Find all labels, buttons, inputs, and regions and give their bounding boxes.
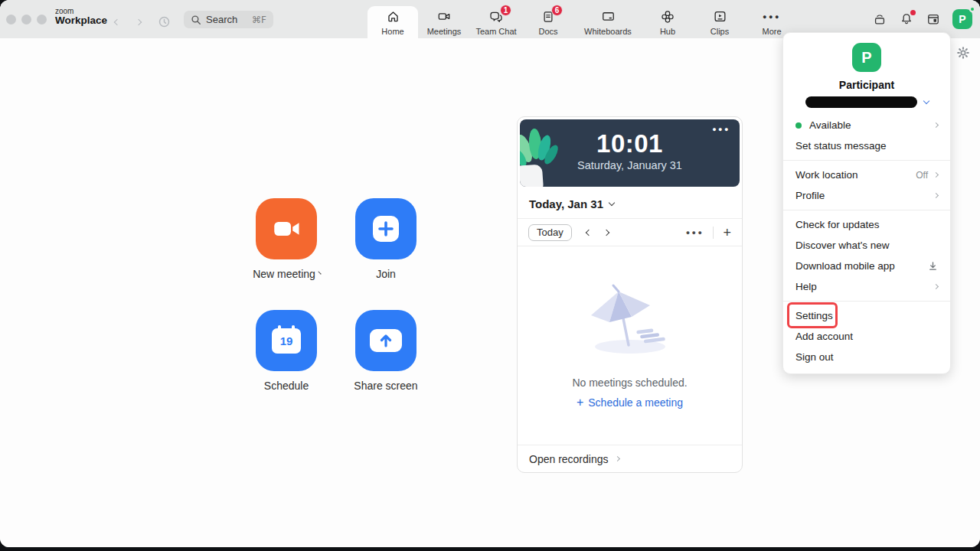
share-screen-button[interactable] — [355, 310, 416, 371]
share-up-arrow-icon — [369, 328, 403, 353]
settings-gear-icon[interactable] — [957, 47, 969, 59]
download-icon — [928, 261, 938, 271]
meetings-panel: 10:01 Saturday, January 31 ●●● Today, Ja… — [517, 116, 743, 473]
forward-icon[interactable] — [136, 18, 142, 24]
team-chat-icon: 1 — [488, 9, 504, 24]
beach-umbrella-illustration — [573, 282, 688, 355]
new-meeting-button[interactable] — [256, 198, 317, 259]
join-label: Join — [355, 268, 416, 280]
menu-item-sign-out[interactable]: Sign out — [783, 347, 950, 367]
plant-illustration — [520, 122, 566, 187]
join-button[interactable] — [355, 198, 416, 259]
logo-workplace-text: Workplace — [55, 15, 107, 27]
tab-team-chat[interactable]: 1 Team Chat — [470, 6, 522, 38]
tab-docs[interactable]: 6 Docs — [522, 6, 574, 38]
plus-square-icon — [371, 214, 400, 243]
notification-dot — [910, 10, 916, 15]
menu-item-download-app[interactable]: Download mobile app — [783, 256, 950, 276]
open-recordings-link[interactable]: Open recordings — [518, 445, 742, 472]
today-button[interactable]: Today — [528, 224, 572, 241]
tab-clips[interactable]: Clips — [694, 6, 746, 38]
docs-badge: 6 — [551, 5, 563, 16]
tab-label: More — [762, 27, 781, 36]
connect-to-device-icon[interactable] — [872, 11, 887, 27]
calendar-19-icon: 19 — [272, 328, 301, 354]
close-button[interactable] — [6, 15, 16, 24]
team-chat-badge: 1 — [500, 5, 511, 16]
search-icon — [191, 15, 201, 25]
day-header-dropdown[interactable]: Today, Jan 31 — [518, 189, 742, 219]
avatar-initial: P — [959, 13, 965, 25]
minimize-button[interactable] — [21, 15, 31, 24]
recent-history-icon[interactable] — [158, 15, 171, 28]
tab-label: Home — [381, 27, 403, 36]
zoom-window-button[interactable] — [37, 15, 47, 24]
titlebar-right-icons: P — [872, 9, 972, 29]
calendar-toolbar: Today ●●● + — [518, 219, 742, 246]
back-icon[interactable] — [114, 18, 120, 24]
search-shortcut: ⌘F — [252, 15, 266, 25]
tab-label: Team Chat — [475, 27, 516, 36]
presence-dot — [969, 6, 975, 12]
schedule-meeting-link[interactable]: + Schedule a meeting — [577, 396, 683, 409]
next-day-icon[interactable] — [603, 229, 609, 235]
chevron-right-icon — [933, 122, 939, 128]
menu-divider — [783, 210, 950, 210]
tab-home[interactable]: Home — [368, 6, 418, 38]
menu-items: Available Set status message Work locati… — [783, 115, 950, 367]
hub-icon — [660, 9, 675, 24]
menu-avatar: P — [852, 43, 881, 72]
schedule-label: Schedule — [256, 380, 317, 392]
video-camera-icon — [270, 213, 302, 245]
empty-schedule-area: No meetings scheduled. + Schedule a meet… — [518, 246, 742, 445]
menu-item-status[interactable]: Available — [783, 115, 950, 135]
more-icon: ●●● — [763, 9, 781, 24]
profile-dropdown-menu: P Participant Available Set status messa… — [782, 32, 951, 374]
chevron-right-icon — [933, 193, 939, 198]
menu-display-name: Participant — [783, 79, 950, 91]
schedule-button[interactable]: 19 — [256, 310, 317, 371]
meetings-icon — [436, 9, 452, 24]
menu-email-row — [783, 96, 950, 108]
chevron-down-icon — [609, 200, 615, 206]
clips-icon — [713, 9, 727, 24]
calendar-icon[interactable] — [926, 11, 941, 27]
tab-hub[interactable]: Hub — [642, 6, 694, 38]
no-meetings-text: No meetings scheduled. — [572, 377, 687, 389]
main-nav-tabs: Home Meetings 1 Team Chat — [368, 0, 798, 38]
clock-more-button[interactable]: ●●● — [712, 126, 730, 133]
menu-item-check-updates[interactable]: Check for updates — [783, 214, 950, 235]
new-meeting-dropdown-icon[interactable] — [318, 271, 321, 274]
search-input[interactable]: Search ⌘F — [184, 11, 273, 28]
menu-item-set-status[interactable]: Set status message — [783, 135, 950, 156]
toolbar-more-button[interactable]: ●●● — [686, 229, 704, 236]
tab-label: Hub — [660, 27, 675, 36]
search-placeholder: Search — [206, 14, 247, 25]
menu-divider — [783, 160, 950, 161]
menu-item-work-location[interactable]: Work location Off — [783, 165, 950, 185]
tab-meetings[interactable]: Meetings — [418, 6, 470, 38]
menu-item-help[interactable]: Help — [783, 276, 950, 297]
email-chevron-down-icon[interactable] — [923, 98, 929, 104]
profile-avatar-button[interactable]: P — [952, 9, 972, 29]
add-meeting-icon[interactable]: + — [723, 226, 731, 240]
join-action: Join — [355, 198, 416, 280]
zoom-workplace-window: zoom Workplace Search ⌘F — [0, 0, 980, 547]
calendar-day: 19 — [280, 334, 293, 347]
menu-item-settings[interactable]: Settings — [783, 305, 950, 326]
tab-label: Whiteboards — [584, 27, 632, 36]
menu-divider — [783, 301, 950, 302]
menu-item-discover[interactable]: Discover what's new — [783, 235, 950, 256]
notifications-button[interactable] — [899, 11, 914, 27]
traffic-lights — [6, 15, 47, 24]
chevron-right-icon — [933, 284, 939, 289]
schedule-action: 19 Schedule — [256, 310, 317, 392]
history-nav — [115, 15, 171, 28]
docs-icon: 6 — [541, 9, 555, 24]
whiteboards-icon — [600, 9, 616, 24]
tab-whiteboards[interactable]: Whiteboards — [574, 6, 642, 38]
prev-day-icon[interactable] — [585, 229, 591, 235]
menu-item-profile[interactable]: Profile — [783, 185, 950, 206]
clock-card: 10:01 Saturday, January 31 ●●● — [520, 119, 740, 187]
menu-item-add-account[interactable]: Add account — [783, 326, 950, 347]
